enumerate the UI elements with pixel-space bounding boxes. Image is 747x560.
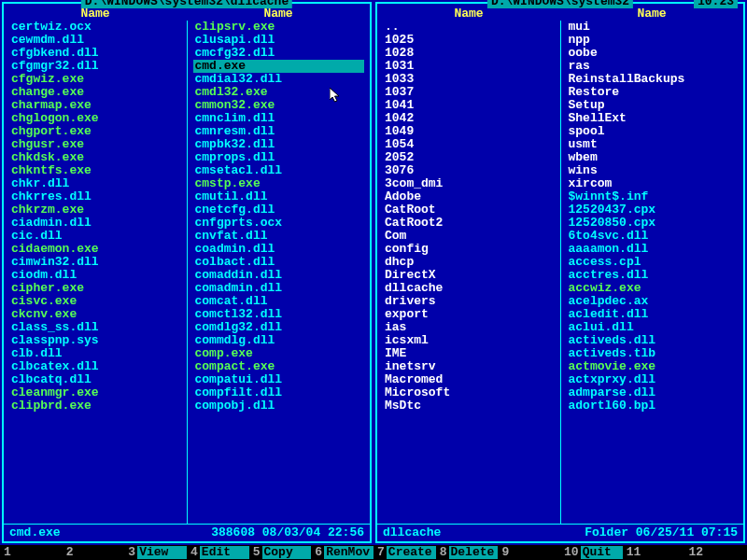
list-item[interactable]: ias <box>383 321 555 334</box>
list-item[interactable]: npp <box>567 34 739 47</box>
fkey-10[interactable]: 10Quit <box>560 546 623 559</box>
list-item[interactable]: acelpdec.ax <box>567 295 739 308</box>
list-item[interactable]: cnfgprts.ocx <box>193 217 365 230</box>
list-item[interactable]: compatui.dll <box>193 373 365 386</box>
list-item[interactable]: Microsoft <box>383 386 555 399</box>
list-item[interactable]: cmpbk32.dll <box>193 138 365 151</box>
list-item[interactable]: ckcnv.exe <box>9 308 181 321</box>
list-item[interactable]: comadmin.dll <box>193 282 365 295</box>
list-item[interactable]: spool <box>567 125 739 138</box>
list-item[interactable]: Adobe <box>383 190 555 203</box>
fkey-9[interactable]: 9 <box>498 546 560 559</box>
list-item[interactable]: $winnt$.inf <box>567 190 739 203</box>
right-file-list[interactable]: ..10251028103110331037104110421049105420… <box>377 21 743 524</box>
list-item[interactable]: change.exe <box>9 86 181 99</box>
fkey-8[interactable]: 8Delete <box>436 546 499 559</box>
list-item[interactable]: coadmin.dll <box>193 243 365 256</box>
list-item[interactable]: .. <box>383 21 555 34</box>
list-item[interactable]: Setup <box>567 99 739 112</box>
list-item[interactable]: 1028 <box>383 47 555 60</box>
list-item[interactable]: 1031 <box>383 60 555 73</box>
left-panel[interactable]: D:\WINDOWS\system32\dllcache Name Name c… <box>2 2 372 543</box>
list-item[interactable]: Restore <box>567 86 739 99</box>
fkey-7[interactable]: 7Create <box>374 546 436 559</box>
list-item[interactable]: 1041 <box>383 99 555 112</box>
list-item[interactable]: cleanmgr.exe <box>9 386 181 399</box>
list-item[interactable]: cmnresm.dll <box>193 125 365 138</box>
list-item[interactable]: cmdl32.exe <box>193 86 365 99</box>
list-item[interactable]: oobe <box>567 47 739 60</box>
list-item[interactable]: ReinstallBackups <box>567 73 739 86</box>
list-item[interactable]: cmdial32.dll <box>193 73 365 86</box>
list-item[interactable]: dhcp <box>383 256 555 269</box>
fkey-5[interactable]: 5Copy <box>249 546 312 559</box>
list-item[interactable]: cmprops.dll <box>193 151 365 164</box>
list-item[interactable]: cmnclim.dll <box>193 112 365 125</box>
list-item[interactable]: clb.dll <box>9 347 181 360</box>
list-item[interactable]: activeds.dll <box>567 334 739 347</box>
list-item[interactable]: 1025 <box>383 34 555 47</box>
list-item[interactable]: 1049 <box>383 125 555 138</box>
list-item[interactable]: 1037 <box>383 86 555 99</box>
list-item[interactable]: cisvc.exe <box>9 295 181 308</box>
list-item[interactable]: comdlg32.dll <box>193 321 365 334</box>
list-item[interactable]: cmmon32.exe <box>193 99 365 112</box>
list-item[interactable]: clbcatex.dll <box>9 360 181 373</box>
list-item[interactable]: colbact.dll <box>193 256 365 269</box>
list-item[interactable]: 1054 <box>383 138 555 151</box>
list-item[interactable]: inetsrv <box>383 360 555 373</box>
list-item[interactable]: config <box>383 243 555 256</box>
list-item[interactable]: clusapi.dll <box>193 34 365 47</box>
fkey-6[interactable]: 6RenMov <box>311 546 374 559</box>
list-item[interactable]: certwiz.ocx <box>9 21 181 34</box>
list-item[interactable]: clipbrd.exe <box>9 399 181 413</box>
list-item[interactable]: cnvfat.dll <box>193 230 365 243</box>
fkey-11[interactable]: 11 <box>623 546 685 559</box>
fkey-2[interactable]: 2 <box>63 546 125 559</box>
list-item[interactable]: comp.exe <box>193 347 365 360</box>
list-item[interactable]: mui <box>567 21 739 34</box>
list-item[interactable]: chkrres.dll <box>9 190 181 203</box>
list-item[interactable]: cidaemon.exe <box>9 243 181 256</box>
list-item[interactable]: cimwin32.dll <box>9 256 181 269</box>
list-item[interactable]: cewmdm.dll <box>9 34 181 47</box>
list-item[interactable]: accwiz.exe <box>567 282 739 295</box>
list-item[interactable]: 3com_dmi <box>383 177 555 190</box>
list-item[interactable]: Com <box>383 230 555 243</box>
right-panel[interactable]: D:\WINDOWS\system32 10:23 Name Name ..10… <box>375 2 745 543</box>
list-item[interactable]: 12520850.cpx <box>567 217 739 230</box>
list-item[interactable]: clipsrv.exe <box>193 21 365 34</box>
list-item[interactable]: compact.exe <box>193 360 365 373</box>
list-item[interactable]: DirectX <box>383 269 555 282</box>
list-item[interactable]: cmutil.dll <box>193 190 365 203</box>
fkey-4[interactable]: 4Edit <box>187 546 249 559</box>
list-item[interactable]: chkrzm.exe <box>9 203 181 217</box>
list-item[interactable]: actxprxy.dll <box>567 373 739 386</box>
list-item[interactable]: cic.dll <box>9 230 181 243</box>
list-item[interactable]: chkdsk.exe <box>9 151 181 164</box>
list-item[interactable]: activeds.tlb <box>567 347 739 360</box>
fkey-3[interactable]: 3View <box>124 546 187 559</box>
list-item[interactable]: compobj.dll <box>193 399 365 413</box>
list-item[interactable]: acctres.dll <box>567 269 739 282</box>
list-item[interactable]: ciodm.dll <box>9 269 181 282</box>
list-item[interactable]: chkr.dll <box>9 177 181 190</box>
list-item[interactable]: CatRoot2 <box>383 217 555 230</box>
list-item[interactable]: access.cpl <box>567 256 739 269</box>
list-item[interactable]: chgport.exe <box>9 125 181 138</box>
list-item[interactable]: cmstp.exe <box>193 177 365 190</box>
list-item[interactable]: admparse.dll <box>567 386 739 399</box>
list-item[interactable]: wbem <box>567 151 739 164</box>
list-item[interactable]: classpnp.sys <box>9 334 181 347</box>
list-item[interactable]: commdlg.dll <box>193 334 365 347</box>
list-item[interactable]: chkntfs.exe <box>9 164 181 177</box>
list-item[interactable]: comaddin.dll <box>193 269 365 282</box>
list-item[interactable]: cfgbkend.dll <box>9 47 181 60</box>
list-item[interactable]: aaaamon.dll <box>567 243 739 256</box>
list-item[interactable]: IME <box>383 347 555 360</box>
list-item[interactable]: comctl32.dll <box>193 308 365 321</box>
list-item[interactable]: 12520437.cpx <box>567 203 739 217</box>
list-item[interactable]: class_ss.dll <box>9 321 181 334</box>
list-item[interactable]: cmsetacl.dll <box>193 164 365 177</box>
list-item[interactable]: icsxml <box>383 334 555 347</box>
